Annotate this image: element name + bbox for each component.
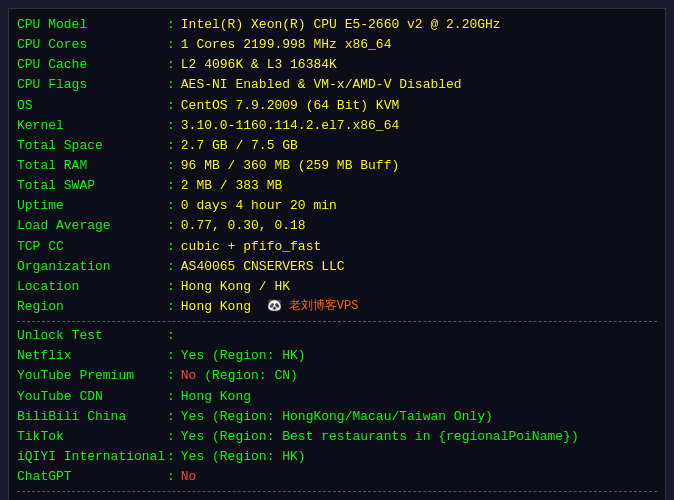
row-bilibili: BiliBili China : Yes (Region: HongKong/M… (17, 407, 657, 427)
sep-chatgpt: : (167, 467, 175, 487)
value-cpu-flags: AES-NI Enabled & VM-x/AMD-V Disabled (181, 75, 462, 95)
label-total-swap: Total SWAP (17, 176, 167, 196)
value-youtube-premium-no: No (181, 366, 197, 386)
label-netflix: Netflix (17, 346, 167, 366)
value-youtube-premium-region: (Region: CN) (196, 366, 297, 386)
value-total-swap: 2 MB / 383 MB (181, 176, 282, 196)
sep-uptime: : (167, 196, 175, 216)
row-youtube-cdn: YouTube CDN : Hong Kong (17, 387, 657, 407)
value-region: Hong Kong (181, 297, 267, 317)
value-cpu-model: Intel(R) Xeon(R) CPU E5-2660 v2 @ 2.20GH… (181, 15, 501, 35)
sep-total-swap: : (167, 176, 175, 196)
sep-iqiyi: : (167, 447, 175, 467)
row-netflix: Netflix : Yes (Region: HK) (17, 346, 657, 366)
row-region: Region : Hong Kong 🐼 老刘博客VPS (17, 297, 657, 317)
sep-os: : (167, 96, 175, 116)
label-io-1: I/O Speed( 1.0GB ) (17, 496, 167, 500)
value-uptime: 0 days 4 hour 20 min (181, 196, 337, 216)
row-location: Location : Hong Kong / HK (17, 277, 657, 297)
sep-kernel: : (167, 116, 175, 136)
sep-total-ram: : (167, 156, 175, 176)
label-total-space: Total Space (17, 136, 167, 156)
row-io-1: I/O Speed( 1.0GB ) : 263 MB/s (17, 496, 657, 500)
value-netflix: Yes (Region: HK) (181, 346, 306, 366)
sep-io-1: : (167, 496, 175, 500)
value-load-average: 0.77, 0.30, 0.18 (181, 216, 306, 236)
label-uptime: Uptime (17, 196, 167, 216)
label-cpu-model: CPU Model (17, 15, 167, 35)
row-kernel: Kernel : 3.10.0-1160.114.2.el7.x86_64 (17, 116, 657, 136)
label-organization: Organization (17, 257, 167, 277)
label-youtube-cdn: YouTube CDN (17, 387, 167, 407)
label-location: Location (17, 277, 167, 297)
sep-cpu-cores: : (167, 35, 175, 55)
label-tiktok: TikTok (17, 427, 167, 447)
label-youtube-premium: YouTube Premium (17, 366, 167, 386)
sep-tiktok: : (167, 427, 175, 447)
value-iqiyi: Yes (Region: HK) (181, 447, 306, 467)
sep-youtube-cdn: : (167, 387, 175, 407)
value-cpu-cores: 1 Cores 2199.998 MHz x86_64 (181, 35, 392, 55)
row-uptime: Uptime : 0 days 4 hour 20 min (17, 196, 657, 216)
row-load-average: Load Average : 0.77, 0.30, 0.18 (17, 216, 657, 236)
label-iqiyi: iQIYI International (17, 447, 167, 467)
value-kernel: 3.10.0-1160.114.2.el7.x86_64 (181, 116, 399, 136)
row-organization: Organization : AS40065 CNSERVERS LLC (17, 257, 657, 277)
label-bilibili: BiliBili China (17, 407, 167, 427)
label-region: Region (17, 297, 167, 317)
row-cpu-flags: CPU Flags : AES-NI Enabled & VM-x/AMD-V … (17, 75, 657, 95)
row-chatgpt: ChatGPT : No (17, 467, 657, 487)
value-tiktok: Yes (Region: Best restaurants in {region… (181, 427, 579, 447)
label-cpu-cores: CPU Cores (17, 35, 167, 55)
sep-cpu-flags: : (167, 75, 175, 95)
row-cpu-cores: CPU Cores : 1 Cores 2199.998 MHz x86_64 (17, 35, 657, 55)
unlock-section: Unlock Test : Netflix : Yes (Region: HK)… (17, 326, 657, 487)
label-kernel: Kernel (17, 116, 167, 136)
sep-netflix: : (167, 346, 175, 366)
label-cpu-flags: CPU Flags (17, 75, 167, 95)
main-container: CPU Model : Intel(R) Xeon(R) CPU E5-2660… (8, 8, 666, 500)
row-youtube-premium: YouTube Premium : No (Region: CN) (17, 366, 657, 386)
value-cpu-cache: L2 4096K & L3 16384K (181, 55, 337, 75)
label-cpu-cache: CPU Cache (17, 55, 167, 75)
label-unlock-title: Unlock Test (17, 326, 167, 346)
sep-youtube-premium: : (167, 366, 175, 386)
sep-unlock-title: : (167, 326, 175, 346)
sep-load-average: : (167, 216, 175, 236)
value-organization: AS40065 CNSERVERS LLC (181, 257, 345, 277)
row-total-ram: Total RAM : 96 MB / 360 MB (259 MB Buff) (17, 156, 657, 176)
label-total-ram: Total RAM (17, 156, 167, 176)
sep-organization: : (167, 257, 175, 277)
value-chatgpt: No (181, 467, 197, 487)
value-os: CentOS 7.9.2009 (64 Bit) KVM (181, 96, 399, 116)
sep-total-space: : (167, 136, 175, 156)
sep-tcp-cc: : (167, 237, 175, 257)
label-load-average: Load Average (17, 216, 167, 236)
row-cpu-model: CPU Model : Intel(R) Xeon(R) CPU E5-2660… (17, 15, 657, 35)
row-tcp-cc: TCP CC : cubic + pfifo_fast (17, 237, 657, 257)
row-total-space: Total Space : 2.7 GB / 7.5 GB (17, 136, 657, 156)
sep-cpu-model: : (167, 15, 175, 35)
row-unlock-title: Unlock Test : (17, 326, 657, 346)
divider-1 (17, 321, 657, 322)
sep-cpu-cache: : (167, 55, 175, 75)
value-total-space: 2.7 GB / 7.5 GB (181, 136, 298, 156)
label-os: OS (17, 96, 167, 116)
value-io-1: 263 MB/s (181, 496, 243, 500)
row-iqiyi: iQIYI International : Yes (Region: HK) (17, 447, 657, 467)
io-section: I/O Speed( 1.0GB ) : 263 MB/s I/O Speed(… (17, 496, 657, 500)
label-chatgpt: ChatGPT (17, 467, 167, 487)
value-tcp-cc: cubic + pfifo_fast (181, 237, 321, 257)
system-section: CPU Model : Intel(R) Xeon(R) CPU E5-2660… (17, 15, 657, 317)
sep-bilibili: : (167, 407, 175, 427)
row-total-swap: Total SWAP : 2 MB / 383 MB (17, 176, 657, 196)
sep-region: : (167, 297, 175, 317)
row-cpu-cache: CPU Cache : L2 4096K & L3 16384K (17, 55, 657, 75)
value-location: Hong Kong / HK (181, 277, 290, 297)
watermark-region: 🐼 老刘博客VPS (267, 297, 359, 317)
sep-location: : (167, 277, 175, 297)
label-tcp-cc: TCP CC (17, 237, 167, 257)
row-os: OS : CentOS 7.9.2009 (64 Bit) KVM (17, 96, 657, 116)
row-tiktok: TikTok : Yes (Region: Best restaurants i… (17, 427, 657, 447)
divider-2 (17, 491, 657, 492)
